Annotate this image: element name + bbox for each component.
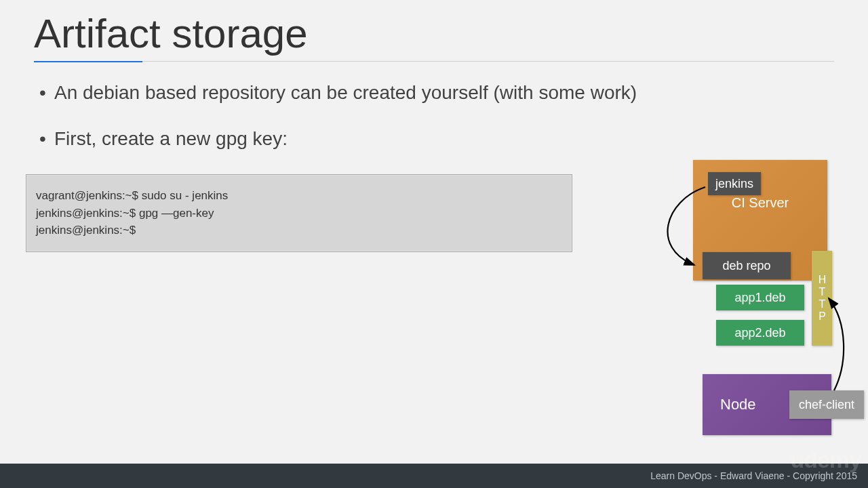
watermark: udemy [790,447,861,473]
jenkins-box: jenkins [708,172,761,195]
title-underline [34,61,834,62]
bullet-item: An debian based repository can be create… [54,82,827,104]
http-box: HTTP [812,251,832,346]
code-line: vagrant@jenkins:~$ sudo su - jenkins [36,187,562,205]
bullet-list: An debian based repository can be create… [0,62,868,150]
footer: Learn DevOps - Edward Viaene - Copyright… [0,464,868,488]
architecture-diagram: CI Server jenkins deb repo app1.deb app2… [644,160,848,445]
app1-box: app1.deb [716,285,804,310]
app2-box: app2.deb [716,320,804,346]
code-line: jenkins@jenkins:~$ [36,222,562,239]
code-block: vagrant@jenkins:~$ sudo su - jenkins jen… [26,174,572,252]
code-line: jenkins@jenkins:~$ gpg —gen-key [36,205,562,222]
bullet-item: First, create a new gpg key: [54,128,827,150]
slide-title: Artifact storage [0,0,868,61]
deb-repo-box: deb repo [703,252,791,279]
chef-client-box: chef-client [789,390,864,419]
